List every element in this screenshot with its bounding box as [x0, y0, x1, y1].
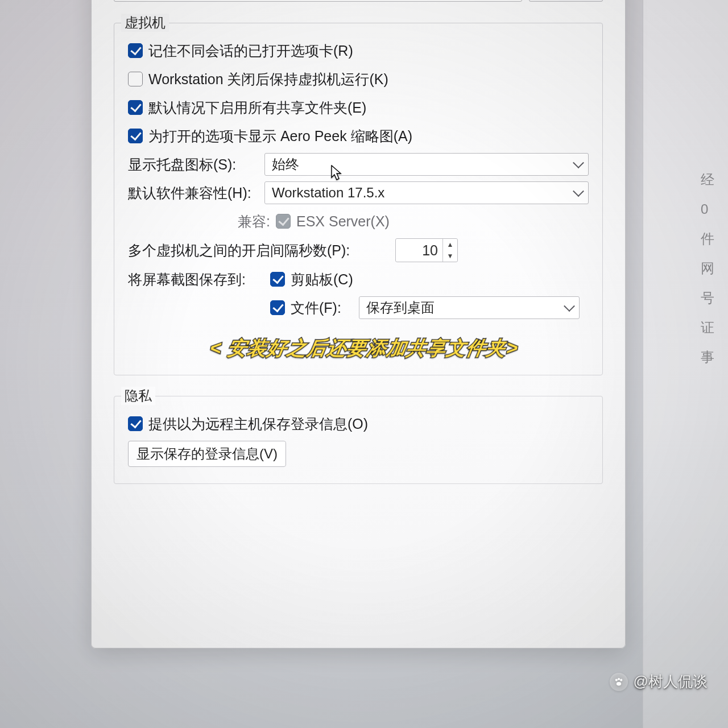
label-hw-compat: 默认软件兼容性(H): — [128, 184, 259, 202]
label-compat-sub: 兼容: — [230, 212, 270, 231]
select-hw-compat-value: Workstation 17.5.x — [272, 185, 384, 200]
chevron-down-icon — [573, 157, 584, 168]
label-esx-server: ESX Server(X) — [296, 213, 390, 230]
checkbox-enable-shared-folders[interactable] — [128, 100, 143, 115]
select-hw-compat[interactable]: Workstation 17.5.x — [264, 181, 589, 204]
spinner-start-interval-value: 10 — [396, 239, 442, 262]
checkbox-keep-running[interactable] — [128, 72, 143, 86]
background-window-hints: 经 0 件 网 号 证 事 — [701, 165, 723, 372]
select-tray-icon-value: 始终 — [272, 156, 299, 172]
group-privacy: 隐私 提供以为远程主机保存登录信息(O) 显示保存的登录信息(V) — [114, 396, 603, 484]
select-tray-icon[interactable]: 始终 — [264, 153, 589, 176]
label-enable-shared-folders: 默认情况下启用所有共享文件夹(E) — [148, 98, 366, 117]
label-screenshot-save-to: 将屏幕截图保存到: — [128, 270, 264, 289]
watermark: @树人侃谈 — [610, 672, 708, 692]
checkbox-screenshot-clipboard[interactable] — [270, 272, 285, 287]
video-caption-overlay: 安装好之后还要添加共享文件夹 — [208, 336, 520, 362]
svg-point-0 — [615, 679, 617, 681]
group-title-privacy: 隐私 — [121, 387, 155, 405]
label-tray-icon: 显示托盘图标(S): — [128, 155, 259, 174]
svg-point-2 — [620, 679, 622, 681]
label-save-login: 提供以为远程主机保存登录信息(O) — [148, 415, 368, 433]
label-screenshot-file: 文件(F): — [291, 299, 353, 317]
checkbox-esx-server — [276, 214, 291, 229]
button-show-saved-logins[interactable]: 显示保存的登录信息(V) — [128, 441, 286, 467]
vm-location-row: C:\Users\admin\Documents\Virtual Machine… — [114, 0, 603, 2]
paw-icon — [610, 673, 628, 691]
label-aero-peek: 为打开的选项卡显示 Aero Peek 缩略图(A) — [148, 127, 412, 146]
group-title-vm: 虚拟机 — [121, 14, 169, 32]
preferences-panel: C:\Users\admin\Documents\Virtual Machine… — [91, 0, 626, 648]
chevron-down-icon — [564, 300, 575, 312]
label-keep-running: Workstation 关闭后保持虚拟机运行(K) — [148, 70, 388, 89]
svg-point-3 — [616, 682, 621, 686]
spinner-down-icon[interactable] — [443, 250, 457, 262]
svg-point-1 — [618, 677, 620, 680]
group-virtual-machines: 虚拟机 记住不同会话的已打开选项卡(R) Workstation 关闭后保持虚拟… — [114, 23, 603, 375]
label-screenshot-clipboard: 剪贴板(C) — [291, 270, 353, 289]
select-screenshot-destination-value: 保存到桌面 — [366, 300, 435, 315]
checkbox-aero-peek[interactable] — [128, 129, 143, 143]
select-screenshot-destination[interactable]: 保存到桌面 — [359, 296, 580, 319]
label-start-interval: 多个虚拟机之间的开启间隔秒数(P): — [128, 241, 350, 260]
checkbox-remember-tabs[interactable] — [128, 43, 143, 58]
checkbox-screenshot-file[interactable] — [270, 300, 285, 315]
browse-button[interactable]: 浏览(B)... — [529, 0, 603, 2]
label-remember-tabs: 记住不同会话的已打开选项卡(R) — [148, 42, 353, 60]
spinner-start-interval[interactable]: 10 — [395, 238, 458, 262]
spinner-up-icon[interactable] — [443, 239, 457, 250]
vm-location-field[interactable]: C:\Users\admin\Documents\Virtual Machine… — [114, 0, 522, 2]
chevron-down-icon — [573, 185, 584, 197]
checkbox-save-login[interactable] — [128, 416, 143, 431]
watermark-text: @树人侃谈 — [634, 672, 708, 692]
